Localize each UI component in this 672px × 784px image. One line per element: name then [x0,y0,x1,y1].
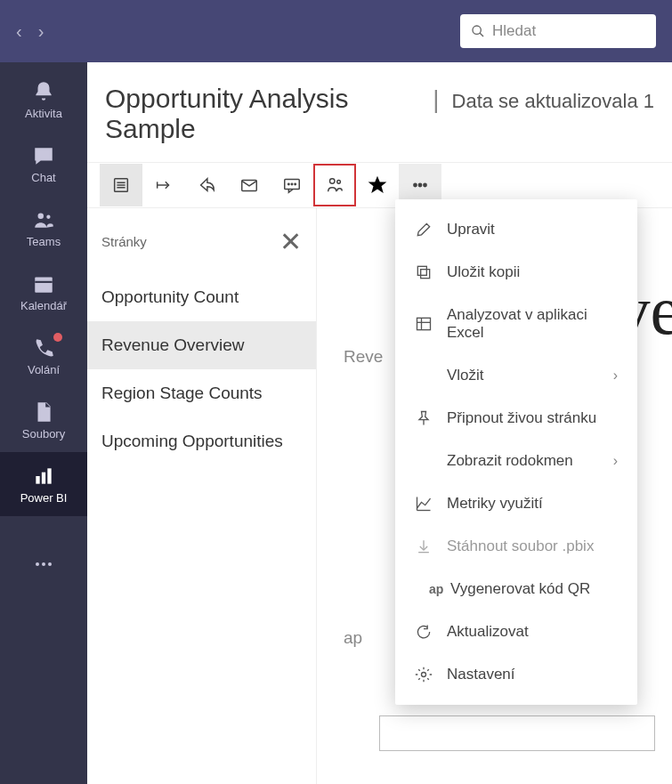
menu-refresh[interactable]: Aktualizovat [395,610,637,653]
pages-heading: Stránky [101,234,147,249]
export-icon [154,175,174,195]
context-menu: Upravit Uložit kopii Analyzovat v aplika… [395,199,637,705]
svg-line-1 [480,33,483,36]
svg-point-22 [295,183,296,184]
header-separator: | [433,85,439,114]
nav-arrows: ‹ › [16,21,44,42]
menu-label: Zobrazit rodokmen [447,452,573,470]
rail-item-calendar[interactable]: Kalendář [0,260,87,324]
menu-pin-live[interactable]: Připnout živou stránku [395,397,637,440]
rail-item-chat[interactable]: Chat [0,132,87,196]
rail-item-teams[interactable]: Teams [0,196,87,260]
share-icon [197,175,216,195]
pencil-icon [415,221,433,238]
page-item[interactable]: Upcoming Opportunities [87,417,316,465]
svg-point-9 [36,562,39,566]
menu-label: Vložit [447,367,484,384]
rail-label: Chat [31,171,55,184]
chat-icon [32,144,55,167]
comment-button[interactable] [271,164,313,206]
page-item[interactable]: Region Stage Counts [87,369,316,417]
rail-item-activity[interactable]: Aktivita [0,68,87,132]
menu-settings[interactable]: Nastavení [395,653,637,696]
menu-label: Upravit [447,221,495,238]
notification-badge [53,333,62,342]
teams-chat-button[interactable] [313,164,356,206]
menu-lineage[interactable]: Zobrazit rodokmen › [395,440,637,482]
comment-icon [282,175,302,195]
svg-point-0 [473,26,481,34]
nav-back-icon[interactable]: ‹ [16,21,22,42]
svg-point-11 [48,562,52,566]
menu-download-pbix: Stáhnout soubor .pbix [395,525,637,568]
rail-more[interactable] [0,532,87,596]
menu-label: Připnout živou stránku [447,409,596,427]
rail-label: Soubory [22,427,65,440]
close-icon[interactable]: ✕ [279,226,302,257]
rail-label: Aktivita [25,107,62,120]
bell-icon [32,80,55,103]
download-icon [415,537,433,555]
svg-point-27 [424,183,426,186]
excel-icon [415,315,433,333]
svg-rect-29 [417,266,426,275]
svg-rect-30 [417,318,431,329]
rail-item-files[interactable]: Soubory [0,388,87,452]
svg-rect-6 [36,476,39,484]
teams-icon [32,208,55,231]
visual-placeholder [379,715,655,751]
svg-point-24 [337,181,341,184]
calendar-icon [32,272,55,295]
ellipsis-icon [410,175,430,195]
export-button[interactable] [142,164,185,206]
svg-point-37 [422,673,426,677]
share-button[interactable] [185,164,228,206]
refresh-icon [415,623,433,641]
powerbi-icon [32,465,55,488]
nav-forward-icon[interactable]: › [38,21,45,42]
svg-point-2 [38,213,45,219]
menu-label: Aktualizovat [447,623,529,641]
menu-label: Vygenerovat kód QR [450,580,590,598]
menu-usage-metrics[interactable]: Metriky využití [395,482,637,525]
report-title: Opportunity Analysis Sample [105,84,420,144]
svg-rect-4 [35,277,53,292]
menu-label: Metriky využití [447,495,543,513]
menu-analyze-excel[interactable]: Analyzovat v aplikaci Excel [395,294,637,354]
rail-item-powerbi[interactable]: Power BI [0,452,87,516]
svg-rect-28 [421,270,430,279]
pages-toggle-button[interactable] [100,164,142,206]
phone-icon [32,336,55,360]
more-icon [33,554,54,575]
qr-icon: ap [415,582,436,596]
page-item[interactable]: Opportunity Count [87,273,316,321]
menu-embed[interactable]: Vložit › [395,354,637,397]
app-rail: Aktivita Chat Teams Kalendář Volání Soub… [0,62,87,784]
report-updated: Data se aktualizovala 1 [452,90,654,113]
menu-save-copy[interactable]: Uložit kopii [395,251,637,294]
menu-label: Nastavení [447,666,515,683]
svg-point-26 [418,183,421,186]
chart-line-icon [415,495,433,513]
svg-point-10 [42,562,45,566]
visual-fragment: Reve [344,347,383,367]
rail-label: Teams [27,235,61,248]
menu-label: Analyzovat v aplikaci Excel [447,306,618,342]
subscribe-button[interactable] [228,164,271,206]
svg-point-25 [414,183,417,186]
search-input[interactable]: Hledat [460,14,656,48]
rail-label: Power BI [20,491,68,505]
star-icon [368,175,387,195]
rail-label: Volání [28,363,60,376]
page-item[interactable]: Revenue Overview [87,321,316,369]
pin-icon [415,409,433,427]
visual-fragment: ap [344,628,362,648]
favorite-button[interactable] [356,164,399,206]
rail-item-calls[interactable]: Volání [0,324,87,388]
report-header: Opportunity Analysis Sample | Data se ak… [87,62,672,162]
pages-pane: Stránky ✕ Opportunity Count Revenue Over… [87,208,317,784]
menu-generate-qr[interactable]: ap Vygenerovat kód QR [395,568,637,610]
svg-point-21 [291,183,292,184]
rail-label: Kalendář [20,299,67,312]
menu-edit[interactable]: Upravit [395,208,637,251]
